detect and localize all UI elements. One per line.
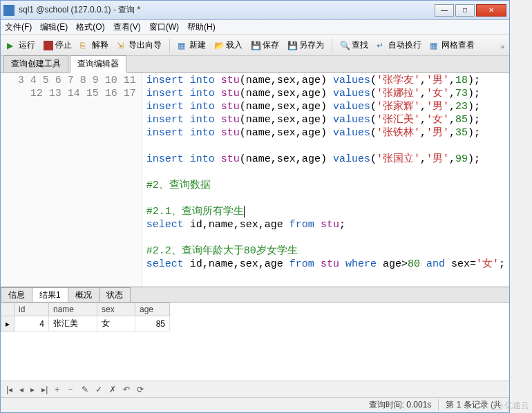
row-indicator-icon: ▸ xyxy=(1,316,15,332)
close-button[interactable]: ✕ xyxy=(476,4,506,17)
cell-id[interactable]: 4 xyxy=(15,316,49,332)
tab-profile[interactable]: 概况 xyxy=(68,287,99,302)
result-grid[interactable]: id name sex age ▸ 4 张汇美 女 85 xyxy=(1,302,509,381)
tab-result1[interactable]: 结果1 xyxy=(32,287,68,302)
nav-prev-icon[interactable]: ◂ xyxy=(18,385,25,394)
cell-name[interactable]: 张汇美 xyxy=(49,316,97,332)
save-icon: 💾 xyxy=(251,41,260,50)
menu-help[interactable]: 帮助(H) xyxy=(187,21,216,33)
new-button[interactable]: ▦新建 xyxy=(174,38,209,52)
cloud-icon xyxy=(491,402,503,410)
col-id[interactable]: id xyxy=(15,303,49,316)
load-button[interactable]: 📂载入 xyxy=(211,38,246,52)
stop-button[interactable]: 停止 xyxy=(40,38,75,52)
results-panel: 信息 结果1 概况 状态 id name sex age ▸ 4 张汇美 女 xyxy=(1,287,509,397)
saveas-icon: 💾 xyxy=(287,41,297,50)
result-row[interactable]: ▸ 4 张汇美 女 85 xyxy=(1,316,170,332)
window-title: sql1 @school (127.0.0.1) - 查询 * xyxy=(19,4,435,16)
search-icon: 🔍 xyxy=(340,41,350,50)
col-age[interactable]: age xyxy=(135,303,170,316)
nav-del-icon[interactable]: － xyxy=(65,383,76,395)
tab-info[interactable]: 信息 xyxy=(1,287,32,302)
explain-icon: ⎘ xyxy=(80,41,90,50)
find-button[interactable]: 🔍查找 xyxy=(336,38,372,52)
code-area[interactable]: insert into stu(name,sex,age) values('张学… xyxy=(142,73,509,287)
menu-view[interactable]: 查看(V) xyxy=(113,21,141,33)
grid-navbar: |◂ ◂ ▸ ▸| + － ✎ ✓ ✗ ↶ ⟳ xyxy=(1,381,509,397)
editor-tabbar: 查询创建工具 查询编辑器 xyxy=(1,56,509,73)
nav-next-icon[interactable]: ▸ xyxy=(29,385,36,394)
grid-icon: ▦ xyxy=(430,41,439,50)
code-editor[interactable]: 3 4 5 6 7 8 9 10 11 12 13 14 15 16 17 in… xyxy=(1,73,509,287)
wrap-button[interactable]: ↵自动换行 xyxy=(373,38,425,52)
export-button[interactable]: ⇲导出向导 xyxy=(113,38,165,52)
explain-button[interactable]: ⎘解释 xyxy=(77,38,112,52)
line-gutter: 3 4 5 6 7 8 9 10 11 12 13 14 15 16 17 xyxy=(1,73,142,287)
saveas-button[interactable]: 💾另存为 xyxy=(284,38,327,52)
col-name[interactable]: name xyxy=(49,303,97,316)
results-tabbar: 信息 结果1 概况 状态 xyxy=(1,287,509,302)
nav-edit-icon[interactable]: ✎ xyxy=(80,385,90,394)
tab-query-editor[interactable]: 查询编辑器 xyxy=(70,55,126,73)
cell-age[interactable]: 85 xyxy=(135,316,170,332)
nav-first-icon[interactable]: |◂ xyxy=(5,385,14,394)
nav-ok-icon[interactable]: ✓ xyxy=(94,385,104,394)
tab-query-builder[interactable]: 查询创建工具 xyxy=(3,55,68,72)
status-time: 查询时间: 0.001s xyxy=(362,399,439,411)
nav-add-icon[interactable]: + xyxy=(53,385,61,394)
watermark: 亿速云 xyxy=(491,400,529,412)
app-icon xyxy=(3,5,15,16)
maximize-button[interactable]: □ xyxy=(455,4,475,17)
titlebar: sql1 @school (127.0.0.1) - 查询 * — □ ✕ xyxy=(1,1,509,20)
export-icon: ⇲ xyxy=(117,41,126,50)
statusbar: 查询时间: 0.001s 第 1 条记录 (共 xyxy=(1,397,509,412)
minimize-button[interactable]: — xyxy=(435,4,454,17)
toolbar-overflow-icon[interactable]: » xyxy=(500,43,504,50)
stop-icon xyxy=(44,41,53,50)
save-button[interactable]: 💾保存 xyxy=(247,38,283,52)
gridview-button[interactable]: ▦网格查看 xyxy=(426,38,478,52)
play-icon: ▶ xyxy=(7,41,17,50)
menu-window[interactable]: 窗口(W) xyxy=(149,21,179,33)
load-icon: 📂 xyxy=(214,41,224,50)
new-icon: ▦ xyxy=(178,41,187,50)
toolbar: ▶运行 停止 ⎘解释 ⇲导出向导 ▦新建 📂载入 💾保存 💾另存为 🔍查找 ↵自… xyxy=(1,35,509,56)
nav-undo-icon[interactable]: ↶ xyxy=(122,385,131,394)
menubar: 文件(F) 编辑(E) 格式(O) 查看(V) 窗口(W) 帮助(H) xyxy=(1,20,509,35)
corner-cell xyxy=(1,303,15,316)
wrap-icon: ↵ xyxy=(377,41,386,50)
run-button[interactable]: ▶运行 xyxy=(3,38,39,52)
menu-edit[interactable]: 编辑(E) xyxy=(40,21,68,33)
nav-cancel-icon[interactable]: ✗ xyxy=(108,385,117,394)
nav-last-icon[interactable]: ▸| xyxy=(40,385,49,394)
cell-sex[interactable]: 女 xyxy=(97,316,135,332)
menu-file[interactable]: 文件(F) xyxy=(5,21,32,33)
nav-refresh-icon[interactable]: ⟳ xyxy=(135,385,145,394)
col-sex[interactable]: sex xyxy=(97,303,135,316)
tab-status[interactable]: 状态 xyxy=(99,287,131,302)
menu-format[interactable]: 格式(O) xyxy=(76,21,104,33)
